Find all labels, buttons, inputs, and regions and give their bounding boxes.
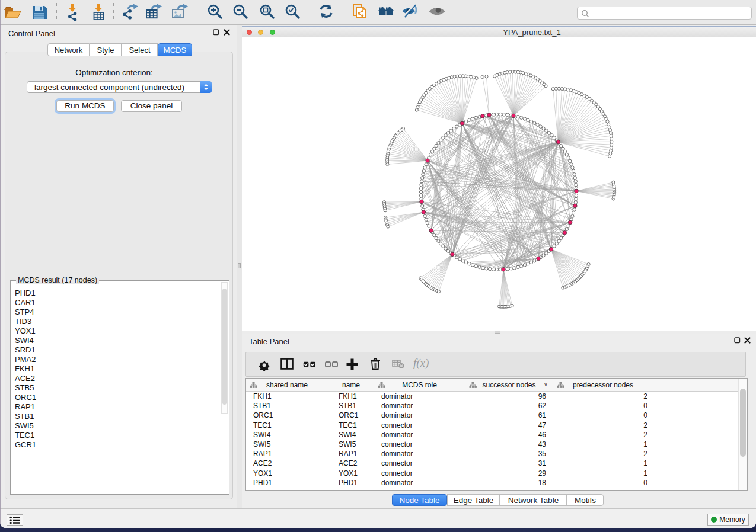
- svg-text:f(x): f(x): [413, 357, 429, 370]
